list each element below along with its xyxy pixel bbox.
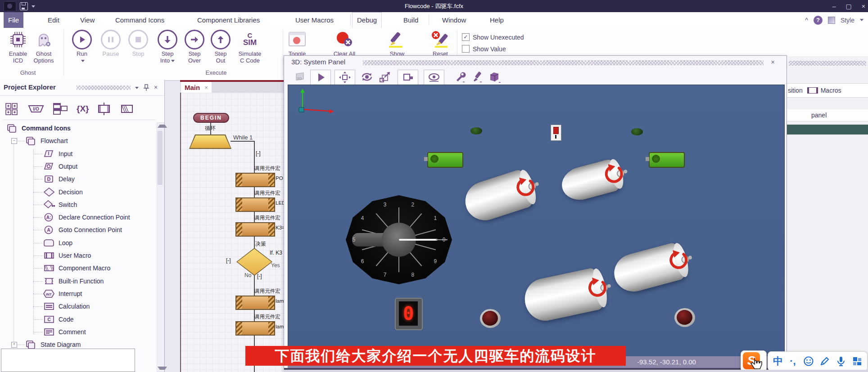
3d-tool-solid-cube[interactable] [484, 70, 504, 84]
ribbon-button-pause[interactable]: Pause [96, 30, 126, 57]
ime-smiley-icon[interactable] [801, 352, 816, 371]
ribbon-button-step-over[interactable]: StepOver [180, 30, 209, 64]
menu-item-window[interactable]: Window [438, 12, 470, 28]
3d-tool-frame[interactable] [398, 70, 418, 85]
seven-segment-display[interactable]: 0 [395, 298, 423, 330]
ribbon-button-ghost-options[interactable]: GhostOptions [29, 30, 59, 64]
green-indicator[interactable] [631, 128, 643, 135]
ribbon-button-stop[interactable]: Stop [123, 30, 153, 57]
3d-tool-3d-view[interactable]: 3D [290, 70, 310, 84]
ime-pencil-icon[interactable] [818, 352, 832, 371]
help-icon[interactable]: ? [814, 16, 823, 25]
menu-item-help[interactable]: Help [485, 12, 508, 28]
tree-item-switch[interactable]: Switch [43, 200, 77, 210]
scrollbar-thumb[interactable] [158, 131, 163, 185]
flow-component-macro[interactable] [235, 197, 275, 212]
red-knob-component[interactable] [674, 308, 695, 327]
3d-tool-visibility[interactable] [424, 70, 444, 85]
dc-motor-component[interactable] [610, 241, 688, 296]
tree-item-code[interactable]: CCode [43, 314, 73, 324]
tree-item-goto-connection-point[interactable]: AGoto Connection Point [43, 225, 122, 235]
menu-item-view[interactable]: View [76, 12, 99, 28]
flow-component-macro[interactable] [235, 173, 275, 187]
flow-component-macro[interactable] [235, 321, 275, 336]
tree-item-delay[interactable]: DDelay [43, 174, 75, 184]
tree-item-declare-connection-point[interactable]: A:Declare Connection Point [43, 212, 130, 222]
3d-tool-cursor-run[interactable] [310, 70, 331, 85]
dc-motor-component[interactable] [558, 157, 623, 204]
ime-language-button[interactable]: 中 [771, 352, 785, 371]
3d-tool-rotate[interactable] [357, 70, 377, 84]
panel-menu-caret-icon[interactable] [135, 87, 139, 89]
tree-item-command-icons[interactable]: Command Icons [6, 123, 71, 133]
tree-item-decision[interactable]: Decision [43, 187, 83, 197]
dc-motor-component[interactable] [460, 168, 536, 225]
menu-item-edit[interactable]: Edit [43, 12, 64, 28]
tab-close-icon[interactable]: × [204, 84, 208, 91]
tree-scrollbar[interactable] [157, 122, 164, 372]
tree-item-component-macro[interactable]: Component Macro [43, 263, 110, 273]
dock-header-position[interactable]: sition [788, 87, 803, 94]
ribbon-button-simulate-c-code[interactable]: CSIMSimulateC Code [231, 30, 269, 64]
tree-item-user-macro[interactable]: User Macro [43, 251, 91, 260]
close-button[interactable]: × [862, 3, 865, 10]
flow-loop-block[interactable] [189, 134, 231, 149]
3d-tool-resize[interactable] [375, 70, 395, 84]
tree-item-output[interactable]: Output [43, 161, 77, 171]
ribbon-button-run[interactable]: Run [67, 30, 97, 64]
scroll-up-icon[interactable] [158, 125, 167, 128]
tree-item-interrupt[interactable]: INTInterrupt [43, 289, 82, 299]
checkbox-box[interactable] [462, 45, 470, 53]
3d-panel-drag-handle[interactable] [363, 60, 764, 65]
panel-drag-handle[interactable] [77, 85, 131, 90]
style-button[interactable]: Style [841, 17, 854, 24]
flow-component-macro[interactable] [235, 296, 275, 310]
menu-item-user-macros[interactable]: User Macros [291, 12, 338, 28]
ime-grid-icon[interactable] [850, 352, 864, 371]
menu-item-command-icons[interactable]: Command Icons [111, 12, 169, 28]
windows-icon[interactable] [52, 102, 69, 116]
menu-item-debug[interactable]: Debug [352, 12, 382, 29]
flow-component-macro[interactable] [235, 222, 275, 237]
ribbon-collapse-button[interactable]: ^ [805, 17, 808, 24]
rotary-switch-dial[interactable]: 0123456789 [346, 195, 452, 284]
style-caret-icon[interactable] [860, 19, 863, 21]
tab-main[interactable]: Main × [181, 82, 212, 93]
maximize-button[interactable]: ▢ [846, 3, 852, 10]
scroll-down-icon[interactable] [158, 367, 167, 370]
3d-tool-pan[interactable] [335, 70, 355, 85]
grid-add-icon[interactable] [5, 102, 20, 116]
macro-icon[interactable] [96, 103, 112, 115]
tree-item-loop[interactable]: Loop [43, 238, 72, 248]
tree-toggle-collapse[interactable]: − [11, 138, 17, 144]
dock-drag-handle[interactable] [789, 61, 866, 66]
pin-icon[interactable] [143, 84, 149, 91]
dc-motor-component[interactable] [521, 267, 607, 324]
3d-viewport[interactable]: 01234567890 [288, 85, 785, 357]
minimize-button[interactable]: – [832, 3, 836, 10]
expression-icon[interactable]: {X} [77, 104, 89, 114]
tree-item-state-diagram[interactable]: State Diagram [25, 340, 81, 350]
red-knob-component[interactable] [480, 309, 501, 328]
tree-item-input[interactable]: IInput [43, 149, 72, 159]
flow-begin[interactable]: BEGIN [193, 113, 229, 123]
led-bar-component[interactable] [649, 152, 685, 168]
toggle-switch-component[interactable] [551, 125, 561, 141]
ime-microphone-icon[interactable] [834, 352, 848, 371]
ime-punctuation-button[interactable]: ·, [786, 352, 800, 371]
checkbox-show-value[interactable]: Show Value [462, 45, 506, 53]
checkbox-show-unexecuted[interactable]: ✓ Show Unexecuted [462, 33, 524, 41]
tree-item-flowchart[interactable]: Flowchart [25, 136, 68, 146]
dropdown-caret-icon[interactable] [81, 60, 85, 62]
flow-decision[interactable] [236, 248, 272, 276]
dock-selected-row[interactable] [787, 125, 868, 134]
menu-item-build[interactable]: Build [399, 12, 423, 28]
panel-close-icon[interactable]: × [154, 84, 158, 91]
ribbon-button-step-into[interactable]: StepInto [153, 30, 182, 64]
tree-item-calculation[interactable]: Calculation [43, 301, 90, 311]
io-icon[interactable]: I/O [27, 103, 45, 115]
menu-item-component-libraries[interactable]: Component Libraries [193, 12, 264, 28]
dropdown-caret-icon[interactable] [171, 60, 175, 62]
dock-item-panel[interactable]: panel [787, 109, 868, 121]
dock-header-macros[interactable]: Macros [821, 87, 841, 94]
